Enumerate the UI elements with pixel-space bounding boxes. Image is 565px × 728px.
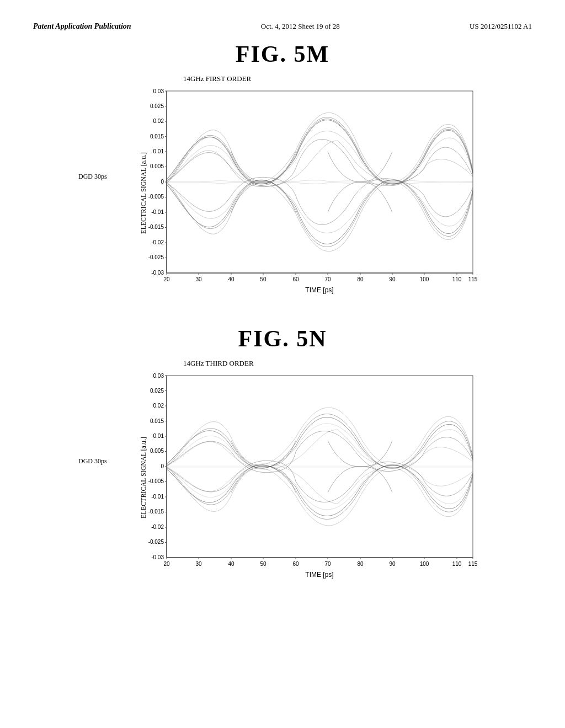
fig5n-dgd-label: DGD 30ps (78, 457, 107, 465)
svg-text:0.01: 0.01 (153, 433, 164, 439)
svg-text:50: 50 (260, 276, 266, 282)
svg-text:40: 40 (228, 561, 234, 567)
svg-text:20: 20 (163, 276, 170, 282)
svg-text:-0.005: -0.005 (148, 194, 164, 200)
svg-text:20: 20 (163, 561, 170, 567)
svg-text:TIME [ps]: TIME [ps] (305, 571, 333, 579)
svg-text:90: 90 (389, 561, 396, 567)
svg-text:80: 80 (357, 276, 364, 282)
header-publication-label: Patent Application Publication (33, 22, 131, 31)
fig5m-chart-area: DGD 30ps ELECTRICAL SIGNAL [a.u.] 14GHz … (33, 72, 532, 314)
svg-text:115: 115 (468, 276, 478, 282)
svg-text:70: 70 (324, 561, 331, 567)
header-date-sheet: Oct. 4, 2012 Sheet 19 of 28 (261, 22, 340, 31)
svg-text:0.005: 0.005 (150, 448, 164, 454)
svg-text:30: 30 (195, 276, 202, 282)
svg-text:0.01: 0.01 (153, 148, 164, 154)
svg-text:TIME [ps]: TIME [ps] (305, 286, 333, 294)
svg-text:-0.02: -0.02 (151, 524, 164, 530)
fig5n-chart-title: 14GHz THIRD ORDER (183, 359, 254, 368)
svg-text:70: 70 (324, 276, 331, 282)
svg-text:-0.01: -0.01 (151, 209, 164, 215)
svg-rect-51 (167, 376, 473, 558)
fig5n-title: FIG. 5N (33, 325, 532, 352)
svg-text:60: 60 (292, 276, 299, 282)
svg-text:0.03: 0.03 (153, 88, 164, 94)
svg-text:0.015: 0.015 (150, 133, 164, 140)
svg-text:110: 110 (452, 561, 462, 567)
svg-text:0: 0 (161, 179, 164, 185)
svg-text:40: 40 (228, 276, 234, 282)
svg-text:0: 0 (161, 463, 164, 469)
svg-text:30: 30 (195, 561, 202, 567)
page: Patent Application Publication Oct. 4, 2… (0, 0, 565, 728)
fig5n-chart-svg: 0.03 0.025 0.02 0.015 0.01 0.005 0 -0.00… (139, 370, 481, 580)
svg-text:80: 80 (357, 561, 364, 567)
svg-text:60: 60 (292, 561, 299, 567)
svg-text:-0.015: -0.015 (148, 508, 164, 515)
svg-text:0.03: 0.03 (153, 373, 164, 379)
svg-text:-0.02: -0.02 (151, 239, 164, 245)
svg-text:-0.005: -0.005 (148, 478, 164, 484)
svg-text:0.025: 0.025 (150, 103, 164, 109)
svg-text:-0.015: -0.015 (148, 224, 164, 230)
svg-text:110: 110 (452, 276, 462, 282)
svg-text:-0.025: -0.025 (148, 539, 164, 545)
svg-text:90: 90 (389, 276, 396, 282)
svg-text:0.005: 0.005 (150, 163, 164, 169)
fig5m-dgd-label: DGD 30ps (78, 173, 107, 181)
svg-text:50: 50 (260, 561, 266, 567)
svg-text:0.02: 0.02 (153, 403, 164, 409)
svg-text:-0.03: -0.03 (151, 270, 164, 276)
page-header: Patent Application Publication Oct. 4, 2… (33, 22, 532, 31)
svg-text:-0.03: -0.03 (151, 554, 164, 560)
fig5m-title: FIG. 5M (33, 41, 532, 67)
svg-text:-0.025: -0.025 (148, 254, 164, 260)
fig5m-chart-title: 14GHz FIRST ORDER (183, 74, 251, 83)
fig5n-chart-area: DGD 30ps ELECTRICAL SIGNAL [a.u.] 14GHz … (33, 356, 532, 599)
svg-text:-0.01: -0.01 (151, 494, 164, 500)
svg-text:100: 100 (420, 561, 429, 567)
svg-rect-0 (167, 91, 473, 273)
svg-text:0.025: 0.025 (150, 388, 164, 394)
fig5m-chart-svg: 0.03 0.025 0.02 0.015 0.01 0.005 0 -0.00… (139, 85, 481, 295)
svg-text:100: 100 (420, 276, 429, 282)
svg-text:0.015: 0.015 (150, 418, 164, 424)
svg-text:115: 115 (468, 561, 478, 567)
header-patent-number: US 2012/0251102 A1 (470, 22, 532, 31)
svg-text:0.02: 0.02 (153, 118, 164, 124)
